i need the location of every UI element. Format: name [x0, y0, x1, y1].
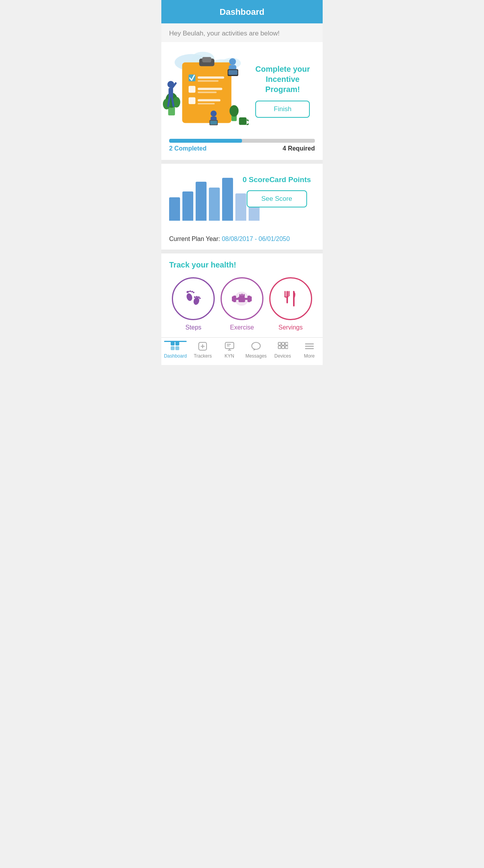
svg-rect-35	[239, 117, 246, 125]
nav-label-trackers: Trackers	[194, 353, 212, 359]
svg-rect-10	[189, 86, 195, 92]
svg-point-39	[189, 290, 191, 292]
svg-point-36	[186, 293, 193, 302]
more-icon	[304, 341, 315, 352]
app-header: Dashboard	[161, 0, 323, 23]
chart-bar	[182, 191, 193, 221]
incentive-illustration: Complete your Incentive Program! Finish	[161, 42, 323, 136]
servings-label: Servings	[279, 324, 303, 331]
steps-label: Steps	[185, 324, 201, 331]
svg-rect-32	[210, 121, 217, 125]
svg-rect-80	[278, 346, 281, 349]
completed-label: 2 Completed	[169, 145, 207, 152]
chart-bar	[222, 178, 233, 221]
svg-rect-15	[198, 103, 215, 105]
required-label: 4 Required	[283, 145, 315, 152]
plan-year-dates: 08/08/2017 - 06/01/2050	[222, 236, 290, 242]
svg-point-25	[229, 58, 236, 65]
scorecard-wrapper: 0 ScoreCard Points See Score Current Pla…	[161, 164, 323, 250]
scorecard-section: 0 ScoreCard Points See Score	[161, 164, 323, 230]
tracker-item-servings[interactable]: Servings	[269, 277, 312, 331]
nav-item-kyn[interactable]: KYN	[219, 341, 240, 359]
incentive-title: Complete your Incentive Program!	[249, 64, 317, 94]
svg-point-76	[252, 342, 260, 349]
tracker-item-steps[interactable]: Steps	[172, 277, 215, 331]
progress-labels: 2 Completed 4 Required	[169, 145, 315, 152]
svg-rect-9	[198, 80, 218, 82]
devices-icon	[277, 341, 288, 352]
footprints-icon	[182, 287, 205, 310]
progress-section: 2 Completed 4 Required	[161, 136, 323, 154]
nav-item-devices[interactable]: Devices	[272, 341, 293, 359]
svg-rect-77	[278, 342, 281, 345]
svg-rect-67	[175, 346, 179, 350]
servings-circle	[269, 277, 312, 320]
track-health-section: Track your health!	[161, 253, 323, 337]
see-score-button[interactable]: See Score	[247, 190, 307, 207]
svg-rect-52	[250, 296, 252, 301]
svg-rect-58	[238, 297, 240, 299]
header-title: Dashboard	[220, 7, 265, 17]
svg-rect-28	[228, 70, 237, 75]
nav-label-devices: Devices	[274, 353, 291, 359]
steps-circle	[172, 277, 215, 320]
nav-active-bar	[164, 341, 187, 342]
svg-rect-8	[198, 76, 224, 79]
progress-bar-container	[169, 139, 315, 143]
svg-point-34	[230, 105, 238, 117]
svg-rect-79	[285, 342, 288, 345]
kyn-icon	[224, 341, 235, 352]
exercise-circle	[221, 277, 263, 320]
svg-rect-12	[198, 92, 217, 93]
scorecard-points: 0 ScoreCard Points	[243, 175, 311, 184]
svg-rect-65	[175, 342, 179, 345]
greeting-text: Hey Beulah, your activities are below!	[169, 30, 279, 37]
svg-rect-14	[198, 99, 220, 101]
svg-rect-66	[171, 346, 175, 350]
svg-rect-11	[198, 88, 222, 90]
chart-bar	[249, 205, 260, 221]
plan-year-prefix: Current Plan Year:	[169, 236, 222, 242]
track-health-title: Track your health!	[169, 260, 315, 269]
chart-bar	[196, 182, 207, 221]
svg-rect-60	[284, 291, 286, 296]
tracker-item-exercise[interactable]: Exercise	[221, 277, 263, 331]
section-divider-2	[161, 250, 323, 253]
nav-item-dashboard[interactable]: Dashboard	[164, 341, 187, 359]
health-trackers: Steps	[169, 277, 315, 331]
bottom-nav: Dashboard Trackers KYN	[161, 337, 323, 365]
nav-label-messages: Messages	[246, 353, 267, 359]
incentive-right-panel: Complete your Incentive Program! Finish	[249, 56, 323, 122]
messages-icon	[251, 341, 261, 352]
nav-item-messages[interactable]: Messages	[246, 341, 267, 359]
incentive-illustration-svg	[161, 42, 249, 136]
dumbbell-icon	[229, 286, 254, 312]
nav-item-more[interactable]: More	[299, 341, 320, 359]
nav-label-more: More	[304, 353, 314, 359]
svg-rect-13	[189, 97, 195, 104]
chart-bar	[169, 197, 180, 221]
svg-rect-81	[282, 346, 284, 349]
progress-bar-fill	[169, 139, 242, 143]
svg-rect-61	[288, 291, 290, 296]
svg-rect-55	[239, 294, 241, 297]
greeting-section: Hey Beulah, your activities are below!	[161, 23, 323, 42]
incentive-card: Complete your Incentive Program! Finish …	[161, 42, 323, 160]
svg-rect-50	[232, 296, 234, 301]
chart-bar	[209, 188, 220, 221]
exercise-label: Exercise	[230, 324, 254, 331]
bar-chart	[169, 172, 235, 222]
svg-rect-78	[282, 342, 284, 345]
svg-rect-64	[171, 342, 175, 345]
scorecard-chart	[169, 172, 235, 222]
utensils-icon	[278, 286, 303, 312]
nav-item-trackers[interactable]: Trackers	[192, 341, 214, 359]
svg-rect-6	[202, 57, 211, 62]
finish-button[interactable]: Finish	[255, 101, 310, 118]
trackers-icon	[197, 341, 208, 352]
scorecard-right: 0 ScoreCard Points See Score	[235, 172, 315, 207]
plan-year: Current Plan Year: 08/08/2017 - 06/01/20…	[161, 230, 323, 250]
svg-rect-62	[286, 296, 288, 303]
svg-rect-56	[241, 294, 243, 297]
nav-label-dashboard: Dashboard	[164, 353, 187, 359]
